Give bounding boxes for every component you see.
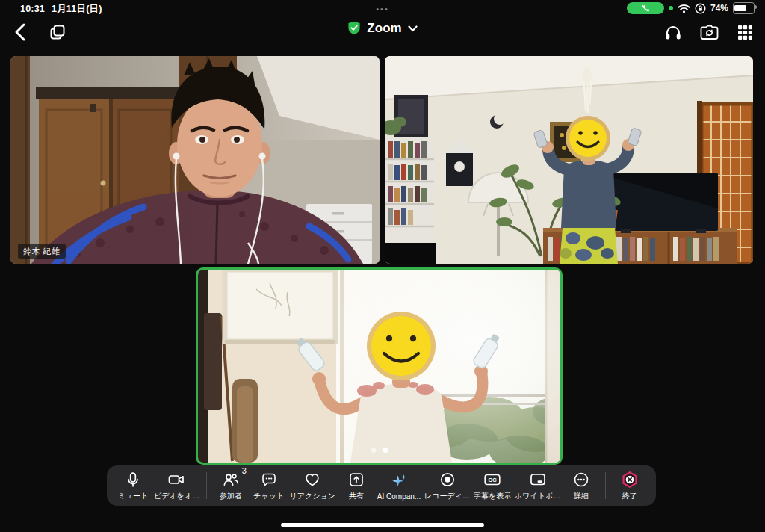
video-tile-suzuki[interactable]: 鈴木 紀雄 [10, 56, 380, 264]
toolbar-button-label: リアクション [290, 491, 335, 501]
nav-bar: Zoom [0, 16, 765, 48]
switch-camera-icon [699, 24, 719, 41]
more-icon [572, 470, 591, 489]
smiley-face-icon [367, 312, 436, 380]
toolbar-button-label: レコーディ… [424, 491, 470, 501]
ai-companion-button[interactable]: AI Compan... [377, 471, 421, 501]
grid-apps-icon [737, 24, 754, 41]
audio-settings-button[interactable] [662, 21, 684, 43]
toolbar-button-label: 終了 [622, 491, 637, 501]
end-call-icon [620, 470, 639, 489]
battery-percent: 74% [710, 3, 728, 13]
toolbar-button-label: 共有 [349, 491, 364, 501]
status-right: 74% [627, 2, 755, 14]
privacy-indicator-dot [669, 6, 673, 10]
record-button[interactable]: レコーディ… [424, 470, 470, 501]
whiteboard-icon [528, 470, 548, 489]
svg-text:CC: CC [488, 477, 497, 483]
toolbar-button-label: ミュート [118, 491, 149, 501]
gallery-view-button[interactable] [734, 21, 756, 43]
whiteboard-button[interactable]: ホワイトボ… [515, 470, 560, 501]
page-dot [371, 448, 376, 453]
name-tag: 鈴木 紀雄 [18, 244, 66, 259]
chevron-down-icon [408, 25, 418, 32]
toolbar-button-label: AI Compan... [377, 492, 421, 501]
phone-icon [641, 4, 650, 13]
reactions-button[interactable]: リアクション [290, 470, 335, 501]
app-title: Zoom [367, 21, 401, 36]
chat-bubble-icon [259, 470, 279, 489]
toolbar-button-label: チャット [253, 491, 284, 501]
smiley-face-icon [566, 116, 610, 161]
meeting-title-button[interactable]: Zoom [0, 21, 765, 36]
share-button[interactable]: 共有 [339, 470, 374, 501]
participants-button[interactable]: 3参加者 [214, 470, 248, 501]
toolbar-button-label: 字幕を表示 [474, 491, 511, 501]
heart-icon [303, 470, 322, 489]
toolbar-divider [206, 472, 207, 499]
mute-button[interactable]: ミュート [116, 470, 150, 501]
captions-button[interactable]: CC字幕を表示 [474, 470, 511, 501]
headphones-icon [664, 24, 682, 40]
rotation-lock-icon [695, 3, 706, 14]
ai-sparkle-icon [389, 471, 409, 491]
wifi-icon [678, 4, 690, 13]
active-call-pill-icon[interactable] [627, 2, 664, 14]
page-indicator[interactable] [371, 448, 388, 453]
record-icon [438, 470, 457, 489]
page-dot-current [382, 448, 388, 453]
video-camera-icon [167, 470, 186, 489]
video-tile-participant-3-active[interactable] [196, 267, 563, 465]
participant2-video-content [385, 56, 753, 264]
zoom-meeting-screen: 10:311月11日(日) ••• 74% [0, 0, 765, 532]
captions-icon: CC [483, 470, 502, 489]
suzuki-video-content [10, 56, 380, 264]
microphone-icon [123, 470, 143, 489]
verified-shield-icon [347, 21, 361, 36]
share-icon [347, 470, 366, 489]
end-button[interactable]: 終了 [613, 470, 647, 501]
toolbar-button-label: 詳細 [574, 491, 589, 501]
video-button[interactable]: ビデオをオ… [154, 470, 199, 501]
participants-icon: 3 [221, 470, 241, 489]
participant-count-badge: 3 [242, 466, 247, 475]
switch-camera-button[interactable] [698, 21, 720, 43]
toolbar-button-label: ビデオをオ… [154, 491, 199, 501]
toolbar-button-label: 参加者 [220, 491, 242, 501]
toolbar: ミュートビデオをオ…3参加者チャットリアクション共有AI Compan...レコ… [107, 466, 656, 506]
battery-icon [733, 2, 755, 14]
toolbar-button-label: ホワイトボ… [515, 491, 560, 501]
toolbar-divider [605, 472, 606, 499]
home-indicator[interactable] [281, 523, 484, 527]
participant3-video-content [198, 270, 560, 463]
chat-button[interactable]: チャット [252, 470, 286, 501]
status-bar: 10:311月11日(日) ••• 74% [0, 0, 765, 16]
more-button[interactable]: 詳細 [564, 470, 598, 501]
video-tile-participant-2[interactable] [385, 56, 753, 264]
